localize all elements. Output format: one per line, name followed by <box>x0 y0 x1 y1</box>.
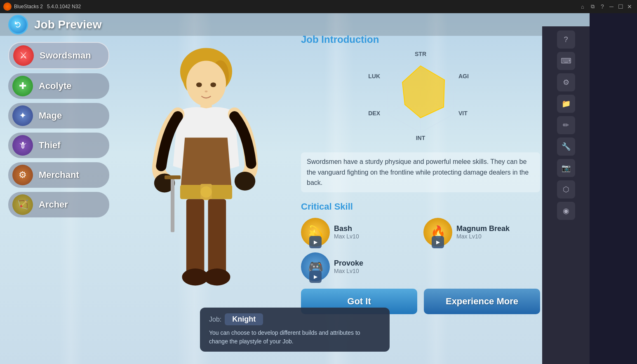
magnum-break-maxlv: Max Lv10 <box>456 233 510 240</box>
sidebar-btn-9[interactable]: ◉ <box>557 202 575 220</box>
sidebar-item-thief[interactable]: 🗡 Thief <box>8 133 109 158</box>
job-tooltip-description: You can choose to develop different buil… <box>209 329 381 346</box>
svg-marker-25 <box>402 66 444 118</box>
close-button[interactable]: ✕ <box>625 2 634 11</box>
critical-skill-title: Critical Skill <box>301 201 540 212</box>
title-bar: BlueStacks 2 5.4.0.1042 N32 ⌂ ⧉ ? ─ ☐ ✕ <box>0 0 637 13</box>
magnum-break-name: Magnum Break <box>456 224 510 233</box>
bash-icon-wrap: 💫 ▶ <box>301 218 330 247</box>
svg-point-4 <box>196 82 202 87</box>
job-label-prefix: Job: <box>209 316 221 323</box>
sidebar-item-merchant[interactable]: ⚙ Merchant <box>8 162 109 188</box>
bash-maxlv: Max Lv10 <box>334 233 359 240</box>
sidebar-item-archer[interactable]: 🏹 Archer <box>8 192 109 217</box>
character-display <box>95 34 317 355</box>
svg-rect-17 <box>171 175 174 232</box>
acolyte-label: Acolyte <box>39 81 71 91</box>
provoke-maxlv: Max Lv10 <box>334 268 363 274</box>
job-name-line: Job: Knight <box>209 313 381 325</box>
magnum-break-info: Magnum Break Max Lv10 <box>456 224 510 240</box>
swordsman-label: Swordsman <box>40 50 91 61</box>
sidebar-btn-4[interactable]: 📁 <box>557 95 575 113</box>
top-bar: ↺ Job Preview <box>0 13 590 36</box>
sidebar-btn-2[interactable]: ⌨ <box>557 52 575 70</box>
thief-icon: 🗡 <box>12 135 33 156</box>
merchant-icon: ⚙ <box>12 165 33 185</box>
acolyte-icon: ✚ <box>12 76 33 96</box>
provoke-icon-wrap: 🎮 ▶ <box>301 252 330 281</box>
provoke-play-button[interactable]: ▶ <box>309 271 322 283</box>
svg-text:DEX: DEX <box>368 110 380 117</box>
sidebar-btn-7[interactable]: 📷 <box>557 159 575 177</box>
skill-bash: 💫 ▶ Bash Max Lv10 <box>301 218 418 247</box>
sidebar-btn-3[interactable]: ⚙ <box>557 73 575 91</box>
svg-point-5 <box>210 82 216 87</box>
copy-icon[interactable]: ⧉ <box>588 2 597 11</box>
provoke-name: Provoke <box>334 259 363 268</box>
job-name-value: Knight <box>225 313 263 325</box>
sidebar-btn-8[interactable]: ⬡ <box>557 180 575 198</box>
svg-point-6 <box>205 91 208 93</box>
swordsman-icon: ⚔ <box>13 45 34 66</box>
minimize-button[interactable]: ─ <box>607 2 616 11</box>
svg-rect-18 <box>165 175 181 179</box>
help-button[interactable]: ? <box>598 2 606 11</box>
magnum-break-play-button[interactable]: ▶ <box>432 236 444 248</box>
svg-text:LUK: LUK <box>368 73 380 79</box>
refresh-icon: ↺ <box>13 21 24 28</box>
experience-more-button[interactable]: Experience More <box>424 289 540 314</box>
sidebar-btn-1[interactable]: ? <box>557 30 575 49</box>
svg-point-12 <box>235 172 255 191</box>
radar-chart: STR AGI VIT INT DEX LUK <box>363 50 478 145</box>
restore-button[interactable]: ☐ <box>616 2 625 11</box>
job-description: Swordsmen have a sturdy physique and pow… <box>301 152 540 192</box>
game-area: ↺ Job Preview ⚔ Swordsman ✚ Acolyte ✦ Ma… <box>0 13 590 364</box>
logo-circle: ↺ <box>8 15 28 35</box>
svg-point-16 <box>204 268 230 285</box>
sidebar-btn-5[interactable]: ✏ <box>557 116 575 134</box>
mage-label: Mage <box>39 110 62 121</box>
sidebar-item-mage[interactable]: ✦ Mage <box>8 103 109 128</box>
app-title: BlueStacks 2 5.4.0.1042 N32 <box>14 4 578 9</box>
magnum-break-icon-wrap: 🔥 ▶ <box>423 218 452 247</box>
svg-text:AGI: AGI <box>458 73 469 79</box>
skills-grid: 💫 ▶ Bash Max Lv10 🔥 ▶ Magnum Break Max L… <box>301 218 540 281</box>
thief-label: Thief <box>39 140 61 151</box>
section-title: Job Introduction <box>301 34 540 45</box>
job-list: ⚔ Swordsman ✚ Acolyte ✦ Mage 🗡 Thief ⚙ M… <box>8 42 109 217</box>
bash-name: Bash <box>334 224 359 233</box>
character-svg <box>95 34 317 355</box>
right-panel: Job Introduction <box>301 34 540 314</box>
right-sidebar: ? ⌨ ⚙ 📁 ✏ 🔧 📷 ⬡ ◉ <box>542 26 590 364</box>
svg-text:STR: STR <box>415 51 426 57</box>
svg-rect-13 <box>186 199 204 275</box>
bash-play-button[interactable]: ▶ <box>309 236 322 248</box>
svg-point-3 <box>186 61 226 106</box>
provoke-info: Provoke Max Lv10 <box>334 259 363 274</box>
skill-magnum-break: 🔥 ▶ Magnum Break Max Lv10 <box>423 218 540 247</box>
job-tooltip: Job: Knight You can choose to develop di… <box>200 308 390 352</box>
skill-provoke: 🎮 ▶ Provoke Max Lv10 <box>301 252 418 281</box>
bash-info: Bash Max Lv10 <box>334 224 359 240</box>
sidebar-btn-6[interactable]: 🔧 <box>557 138 575 156</box>
sidebar-item-acolyte[interactable]: ✚ Acolyte <box>8 73 109 99</box>
svg-rect-14 <box>208 199 226 275</box>
window-controls: ? ─ ☐ ✕ <box>598 2 634 11</box>
bluestacks-logo <box>3 2 12 11</box>
svg-text:INT: INT <box>416 135 425 141</box>
archer-icon: 🏹 <box>12 194 33 215</box>
merchant-label: Merchant <box>39 170 79 180</box>
sidebar-item-swordsman[interactable]: ⚔ Swordsman <box>8 42 109 69</box>
mage-icon: ✦ <box>12 105 33 126</box>
page-title: Job Preview <box>34 18 101 31</box>
svg-point-10 <box>200 187 212 198</box>
archer-label: Archer <box>39 199 68 210</box>
svg-text:VIT: VIT <box>458 110 468 117</box>
home-icon[interactable]: ⌂ <box>578 2 587 11</box>
